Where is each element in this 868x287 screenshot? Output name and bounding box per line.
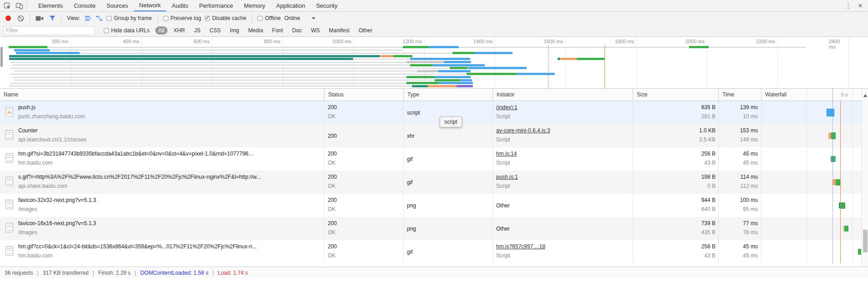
request-name[interactable]: favicon-16x16-next.png?v=5.1.3 [18,220,321,227]
filter-type-media[interactable]: Media [245,26,266,35]
waterfall-bar [832,179,836,185]
table-row[interactable]: favicon-16x16-next.png?v=5.1.3/images200… [0,217,868,240]
tab-performance[interactable]: Performance [193,0,238,11]
column-separator [761,171,761,194]
filter-type-all[interactable]: All [155,26,168,35]
column-header-status[interactable]: Status [324,89,403,101]
document-icon [5,176,13,186]
request-name[interactable]: Counter [18,127,321,134]
tabbar-left-icons [0,0,26,11]
request-name[interactable]: s.gif?r=http%3A%2F%2Fwww.itcto.cn%2F2017… [18,174,321,180]
overview-request-bar [689,46,709,48]
table-row[interactable]: hm.gif?si=3b231847743b9335bfaccda43a1abc… [0,147,868,171]
table-row[interactable]: s.gif?r=http%3A%2F%2Fwww.itcto.cn%2F2017… [0,171,868,194]
column-header-type[interactable]: Type [403,89,492,101]
table-row[interactable]: Counterapi.leancloud.cn/1.1/classes200xh… [0,124,868,147]
waterfall-bar [831,132,836,139]
initiator-link[interactable]: (index):1 [496,104,629,111]
overview-request-track [10,74,467,75]
overview-request-bar [558,58,560,60]
table-row[interactable]: favicon-32x32-next.png?v=5.1.3/images200… [0,194,868,217]
request-name[interactable]: favicon-32x32-next.png?v=5.1.3 [18,197,321,203]
filter-funnel-icon[interactable] [49,15,56,21]
filter-type-xhr[interactable]: XHR [170,26,188,35]
request-name[interactable]: hm.gif?si=3b231847743b9335bfaccda43a1abc… [18,151,321,157]
overview-request-bar [410,64,433,66]
disable-cache-checkbox[interactable]: Disable cache [205,15,246,21]
show-overview-icon[interactable] [96,15,103,21]
js-badge: JS [7,111,11,115]
initiator-link[interactable]: hm.js:14 [496,151,629,157]
device-toolbar-icon[interactable] [15,2,23,10]
status-text: OK [328,229,335,236]
close-devtools-icon[interactable]: × [858,2,863,10]
overview-request-track [354,59,410,60]
inspect-element-icon[interactable] [4,2,11,10]
preserve-log-checkbox[interactable]: Preserve log [163,15,201,21]
table-row[interactable]: hm.gif?cc=0&ck=1&cl=24-bit&ds=1536x864&v… [0,240,868,263]
time-total: 77 ms [718,220,758,227]
group-by-frame-checkbox[interactable]: Group by frame [107,15,152,21]
filter-type-doc[interactable]: Doc [289,26,305,35]
use-large-rows-icon[interactable] [85,15,92,21]
status-code: 200 [328,104,337,111]
icon-lines [7,201,12,202]
initiator-link[interactable]: hm.js?657c997...:18 [496,243,629,250]
record-button[interactable] [5,15,11,21]
tab-sources[interactable]: Sources [101,0,134,11]
tab-memory[interactable]: Memory [239,0,271,11]
offline-checkbox[interactable]: Offline [258,15,280,21]
filter-type-ws[interactable]: WS [308,26,323,35]
devtools-window: ElementsConsoleSourcesNetworkAuditsPerfo… [0,0,868,287]
clear-button[interactable] [17,15,24,22]
tab-application[interactable]: Application [271,0,311,11]
tab-console[interactable]: Console [68,0,101,11]
size-transferred: 635 B [633,104,716,111]
throttling-dropdown[interactable]: Online [284,15,316,21]
filter-type-manifest[interactable]: Manifest [326,26,353,35]
scrollbar-thumb[interactable] [863,230,868,252]
capture-screenshots-icon[interactable] [36,15,44,21]
overview-tick-label: 1000 ms [332,39,354,44]
tab-network[interactable]: Network [134,0,167,11]
request-domain: api.share.baidu.com [18,183,321,189]
panel-tabs: ElementsConsoleSourcesNetworkAuditsPerfo… [33,0,343,11]
request-name[interactable]: push.js [18,104,321,111]
vertical-scrollbar[interactable] [862,89,868,266]
overview-request-bar [9,58,353,60]
column-separator [761,240,761,263]
waterfall-gridline [807,89,807,263]
network-overview[interactable]: 200 ms400 ms600 ms800 ms1000 ms1200 ms14… [0,37,868,89]
overview-request-bar [410,58,470,60]
initiator-link[interactable]: push.js:1 [496,174,629,180]
request-name[interactable]: hm.gif?cc=0&ck=1&cl=24-bit&ds=1536x864&v… [18,243,321,250]
size-resource: 2.5 KB [633,136,716,143]
table-row[interactable]: JSpush.jspush.zhanzhang.baidu.com200OKsc… [0,101,868,124]
tab-audits[interactable]: Audits [166,0,193,11]
filter-type-img[interactable]: Img [227,26,242,35]
overview-resize-grip[interactable] [0,47,3,67]
column-header-size[interactable]: Size [633,89,718,101]
filter-type-css[interactable]: CSS [206,26,224,35]
filter-type-font[interactable]: Font [269,26,286,35]
filter-input[interactable] [4,26,95,35]
filter-type-other[interactable]: Other [355,26,376,35]
initiator-link[interactable]: av-core-mini-0.6.4.js:3 [496,127,629,134]
column-header-initiator[interactable]: Initiator [492,89,633,101]
filter-type-js[interactable]: JS [191,26,203,35]
time-latency: 76 ms [718,229,758,236]
more-options-icon[interactable]: ⋮ [845,2,852,9]
hide-data-urls-checkbox[interactable]: Hide data URLs [104,27,150,34]
status-code: 200 [328,174,337,180]
overview-tick-label: 200 ms [52,39,71,44]
document-icon [5,130,13,140]
overview-request-track [10,68,450,69]
tab-security[interactable]: Security [310,0,343,11]
waterfall-bar [858,249,861,255]
tab-elements[interactable]: Elements [33,0,68,11]
scrollbar-up-arrow-icon[interactable] [863,94,867,97]
column-header-name[interactable]: Name [0,89,324,101]
preserve-log-label: Preserve log [171,15,201,21]
column-header-time[interactable]: Time [718,89,761,101]
summary-item: Finish: 2.29 s [98,270,131,276]
